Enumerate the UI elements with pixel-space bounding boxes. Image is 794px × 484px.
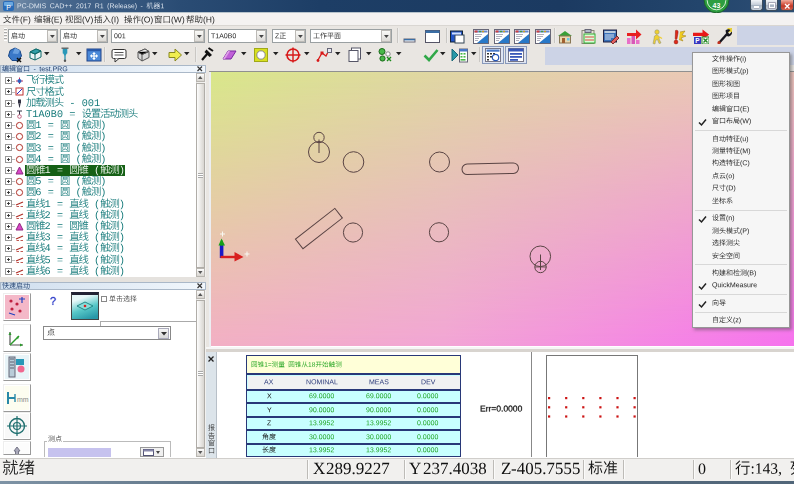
svg-text:43: 43 <box>713 2 721 9</box>
svg-text:P: P <box>695 37 700 44</box>
svg-text:P: P <box>6 4 11 11</box>
svg-text:mm: mm <box>17 396 29 403</box>
